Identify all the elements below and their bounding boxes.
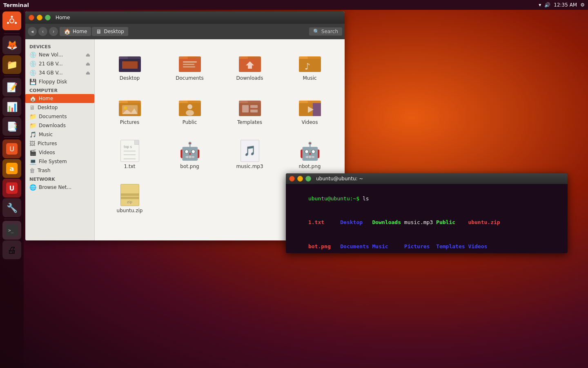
sidebar-item-new-volume[interactable]: 💿 New Vol... ⏏ — [25, 50, 94, 59]
robot2-emoji: 🤖 — [299, 141, 321, 161]
home-crumb-icon: 🏠 — [64, 28, 71, 35]
svg-rect-45 — [242, 105, 249, 112]
sidebar-item-downloads[interactable]: 📁 Downloads — [25, 121, 94, 130]
taskbar-divider-3 — [4, 137, 20, 138]
nav-forward-button[interactable]: › — [49, 27, 58, 36]
svg-text:>_: >_ — [8, 228, 14, 233]
taskbar-ubuntu-software[interactable]: U — [2, 139, 21, 158]
file-item-desktop[interactable]: Desktop — [101, 46, 158, 87]
sidebar-item-floppy[interactable]: 💾 Floppy Disk — [25, 77, 94, 86]
desktop-folder-icon — [119, 52, 141, 74]
svg-point-35 — [124, 106, 127, 110]
file-item-ubuntuzip[interactable]: zip ubuntu.zip — [101, 178, 158, 219]
taskbar-firefox[interactable]: 🦊 — [2, 36, 21, 54]
music-folder-icon: ♪ — [299, 52, 321, 74]
terminal-body[interactable]: ubuntu@ubuntu:~$ ls 1.txt Desktop Downlo… — [286, 184, 568, 253]
sidebar-item-floppy-label: Floppy Disk — [39, 79, 67, 85]
svg-text:♪: ♪ — [305, 61, 310, 72]
taskbar-tools[interactable]: 🔧 — [2, 198, 21, 217]
terminal-minimize-button[interactable] — [297, 176, 303, 182]
top-bar-right: ▾ 🔊 12:35 AM ⚙ — [539, 2, 585, 8]
sidebar-item-browse-network[interactable]: 🌐 Browse Net... — [25, 183, 94, 192]
file-manager-maximize-button[interactable] — [45, 15, 51, 20]
file-item-public[interactable]: Public — [161, 90, 218, 131]
file-item-nbotpng[interactable]: 🤖 nbot.png — [281, 134, 338, 175]
file-item-musicmp3[interactable]: 🎵 music.mp3 — [221, 134, 278, 175]
term-public: Public — [436, 219, 468, 225]
sidebar-item-pictures[interactable]: 🖼 Pictures — [25, 139, 94, 148]
file-item-downloads-name: Downloads — [236, 75, 263, 81]
taskbar-terminal[interactable]: >_ — [2, 221, 21, 240]
sidebar-item-music[interactable]: 🎵 Music — [25, 130, 94, 139]
trash-icon: 🗑 — [29, 167, 35, 174]
file-manager-minimize-button[interactable] — [37, 15, 42, 20]
sidebar-item-home[interactable]: 🏠 Home — [25, 94, 94, 103]
mp3-file-icon: 🎵 — [239, 140, 261, 162]
taskbar-impress[interactable]: 📑 — [2, 117, 21, 136]
term-downloads: Downloads — [372, 219, 404, 225]
nbot-png-icon: 🤖 — [299, 140, 321, 162]
templates-folder-icon — [239, 96, 261, 118]
nav-crumb-home-label: Home — [73, 29, 87, 34]
sidebar-item-home-label: Home — [39, 96, 53, 101]
file-item-botpng-name: bot.png — [180, 164, 199, 169]
taskbar-files[interactable]: 📁 — [2, 55, 21, 74]
terminal-line-1: ubuntu@ubuntu:~$ ls — [289, 186, 564, 211]
clock: 12:35 AM — [554, 2, 577, 8]
pictures-sidebar-icon: 🖼 — [29, 140, 35, 147]
file-item-music[interactable]: ♪ Music — [281, 46, 338, 87]
term-cmd-1: ls — [363, 195, 369, 202]
file-item-videos[interactable]: Videos — [281, 90, 338, 131]
file-manager-close-button[interactable] — [29, 15, 34, 20]
nav-crumb-home[interactable]: 🏠 Home — [60, 27, 91, 36]
taskbar-calc[interactable]: 📊 — [2, 97, 21, 116]
sidebar-item-trash[interactable]: 🗑 Trash — [25, 166, 94, 175]
file-item-1txt[interactable]: top s────────────────── 1.txt — [101, 134, 158, 175]
sidebar-item-desktop[interactable]: 🖥 Desktop — [25, 103, 94, 112]
nav-collapse-button[interactable]: ◂ — [28, 27, 37, 36]
taskbar-amazon[interactable]: a — [2, 159, 21, 178]
file-manager-title: Home — [56, 15, 70, 20]
taskbar: 🦊 📁 📝 📊 📑 U a U 🔧 >_ 🖨 — [0, 10, 24, 368]
term-ubuntuzip: ubuntu.zip — [468, 219, 500, 225]
sidebar-item-videos[interactable]: 🎬 Videos — [25, 148, 94, 157]
disk-icon: 💿 — [29, 52, 36, 58]
disk-icon-3: 💿 — [29, 70, 36, 76]
sidebar-item-filesystem[interactable]: 💻 File System — [25, 157, 94, 166]
file-item-pictures[interactable]: Pictures — [101, 90, 158, 131]
terminal-maximize-button[interactable] — [305, 176, 311, 182]
svg-rect-19 — [179, 59, 201, 72]
terminal-line-3: bot.png Documents Music Pictures Templat… — [289, 234, 564, 253]
eject-34gb-icon[interactable]: ⏏ — [86, 70, 90, 76]
taskbar-ubuntu-button[interactable] — [2, 11, 21, 30]
taskbar-writer[interactable]: 📝 — [2, 78, 21, 96]
top-bar: Terminal ▾ 🔊 12:35 AM ⚙ — [0, 0, 588, 10]
taskbar-divider-2 — [4, 76, 20, 76]
nav-search-button[interactable]: 🔍 Search — [309, 27, 342, 36]
zip-stripe-1 — [121, 193, 139, 196]
svg-text:U: U — [9, 145, 14, 153]
file-item-botpng[interactable]: 🤖 bot.png — [161, 134, 218, 175]
wifi-icon: ▾ — [539, 2, 541, 8]
term-desktop: Desktop — [340, 219, 372, 225]
svg-rect-20 — [183, 61, 197, 63]
file-item-documents[interactable]: Documents — [161, 46, 218, 87]
terminal-close-button[interactable] — [289, 176, 295, 182]
file-item-templates[interactable]: Templates — [221, 90, 278, 131]
sidebar-item-21gb[interactable]: 💿 21 GB V... ⏏ — [25, 59, 94, 68]
eject-new-volume-icon[interactable]: ⏏ — [86, 52, 90, 58]
nav-back-button[interactable]: ‹ — [38, 27, 47, 36]
file-item-downloads[interactable]: Downloads — [221, 46, 278, 87]
desktop-sidebar-icon: 🖥 — [29, 104, 35, 111]
sidebar-item-34gb-label: 34 GB V... — [39, 70, 63, 76]
sidebar-item-documents[interactable]: 📁 Documents — [25, 112, 94, 121]
disk-icon-2: 💿 — [29, 61, 36, 67]
eject-21gb-icon[interactable]: ⏏ — [86, 61, 90, 67]
taskbar-printer[interactable]: 🖨 — [2, 240, 21, 259]
network-icon: 🌐 — [29, 184, 36, 191]
taskbar-ubuntu-one[interactable]: U — [2, 179, 21, 197]
nav-crumb-desktop[interactable]: 🖥 Desktop — [92, 27, 128, 36]
sidebar-item-34gb[interactable]: 💿 34 GB V... ⏏ — [25, 68, 94, 77]
pictures-folder-icon — [119, 96, 141, 118]
term-pictures: Pictures — [404, 243, 436, 249]
